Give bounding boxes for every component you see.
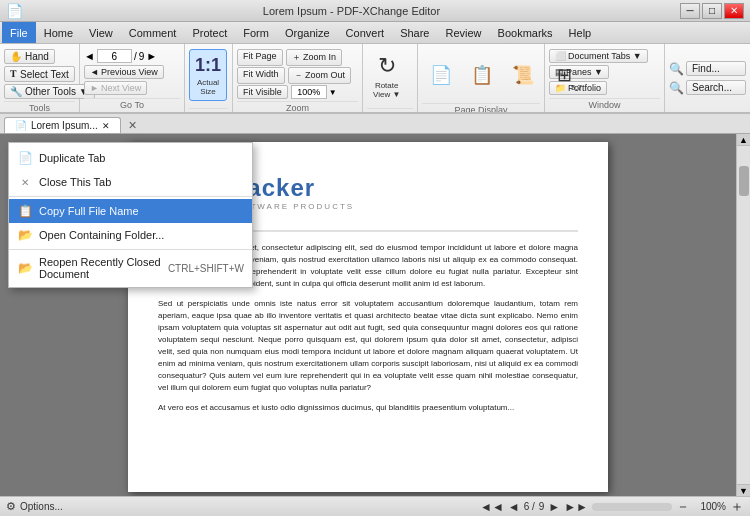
zoom-slider[interactable] <box>592 503 672 511</box>
search-row: 🔍 Search... <box>669 80 746 95</box>
menu-file[interactable]: File <box>2 22 36 43</box>
status-right: ◄◄ ◄ 6 / 9 ► ►► － 100% ＋ <box>480 498 744 516</box>
next-view-icon: ► <box>90 83 99 93</box>
maximize-button[interactable]: □ <box>702 3 722 19</box>
ctx-duplicate-tab-label: Duplicate Tab <box>39 152 105 164</box>
new-tab-btn[interactable]: × <box>125 117 141 133</box>
ctx-reopen-doc[interactable]: 📂 Reopen Recently Closed Document CTRL+S… <box>9 252 252 284</box>
next-view-btn[interactable]: ► Next View <box>84 81 147 95</box>
page-total: 9 <box>139 51 145 62</box>
ctx-separator-1 <box>9 196 252 197</box>
menu-share[interactable]: Share <box>392 22 437 43</box>
next-page-icon: ► <box>146 50 157 62</box>
rotate-view-btn[interactable]: ↻ RotateView ▼ <box>367 49 406 103</box>
scroll-thumb[interactable] <box>739 166 749 196</box>
actual-size-body: 1:1 ActualSize <box>189 46 228 106</box>
close-button[interactable]: ✕ <box>724 3 744 19</box>
actual-size-label: ActualSize <box>197 78 219 96</box>
hand-tool-btn[interactable]: ✋ Hand <box>4 49 55 64</box>
minimize-button[interactable]: ─ <box>680 3 700 19</box>
active-tab-icon: 📄 <box>15 120 27 131</box>
options-icon: ⚙ <box>6 500 16 513</box>
zoom-out-btn[interactable]: － Zoom Out <box>288 67 352 84</box>
menu-bookmarks[interactable]: Bookmarks <box>490 22 561 43</box>
fit-width-btn[interactable]: Fit Width <box>237 67 285 84</box>
window-controls: ─ □ ✕ <box>680 3 744 19</box>
menu-comment[interactable]: Comment <box>121 22 185 43</box>
menu-form[interactable]: Form <box>235 22 277 43</box>
plus-zoom-icon[interactable]: ＋ <box>730 498 744 516</box>
active-tab-label: Lorem Ipsum... <box>31 120 98 131</box>
rotate-group-body: ↻ RotateView ▼ <box>367 46 413 106</box>
ctx-separator-2 <box>9 249 252 250</box>
find-btn[interactable]: Find... <box>686 61 746 76</box>
rotate-label: RotateView ▼ <box>373 81 400 99</box>
menu-help[interactable]: Help <box>561 22 600 43</box>
page-display-btn4[interactable]: ⊞ 5,7 <box>545 49 583 101</box>
menu-organize[interactable]: Organize <box>277 22 338 43</box>
pdf-paragraph-2: Sed ut perspiciatis unde omnis iste natu… <box>158 298 578 394</box>
reopen-doc-icon: 📂 <box>17 260 33 276</box>
tools-group: ✋ Hand 𝐓 Select Text 🔧 Other Tools ▼ Too… <box>0 44 80 112</box>
main-content-area: 📄 Duplicate Tab ✕ Close This Tab 📋 Copy … <box>0 134 750 496</box>
actual-size-group: 1:1 ActualSize <box>185 44 233 112</box>
title-bar: 📄 Lorem Ipsum - PDF-XChange Editor ─ □ ✕ <box>0 0 750 22</box>
zoom-group: Fit Page ＋ Zoom In Fit Width － Zoom Out … <box>233 44 363 112</box>
zoom-dropdown-icon: ▼ <box>329 88 337 97</box>
fit-page-btn[interactable]: Fit Page <box>237 49 283 66</box>
open-folder-icon: 📂 <box>17 227 33 243</box>
zoom-level-input[interactable] <box>291 85 327 99</box>
minus-zoom-icon[interactable]: － <box>676 498 690 516</box>
menu-protect[interactable]: Protect <box>184 22 235 43</box>
prev-view-icon: ◄ <box>90 67 99 77</box>
zoom-in-btn[interactable]: ＋ Zoom In <box>286 49 343 66</box>
menu-convert[interactable]: Convert <box>338 22 393 43</box>
menu-review[interactable]: Review <box>437 22 489 43</box>
vertical-scrollbar[interactable]: ▲ ▼ <box>736 134 750 496</box>
ctx-close-tab[interactable]: ✕ Close This Tab <box>9 170 252 194</box>
actual-size-icon: 1:1 <box>195 55 221 76</box>
goto-group: ◄ / 9 ► ◄ Previous View ► Next View Go T… <box>80 44 185 112</box>
search-btn[interactable]: Search... <box>686 80 746 95</box>
nav-prev-btn[interactable]: ◄ <box>508 500 520 514</box>
actual-size-btn[interactable]: 1:1 ActualSize <box>189 49 227 101</box>
ctx-open-folder[interactable]: 📂 Open Containing Folder... <box>9 223 252 247</box>
pdf-paragraph-3: At vero eos et accusamus et iusto odio d… <box>158 402 578 414</box>
page-display-btn3[interactable]: 📜 <box>504 49 542 101</box>
nav-last-btn[interactable]: ►► <box>564 500 588 514</box>
app-icon: 📄 <box>6 3 23 19</box>
ctx-copy-filename[interactable]: 📋 Copy Full File Name <box>9 199 252 223</box>
menu-home[interactable]: Home <box>36 22 81 43</box>
menu-view[interactable]: View <box>81 22 121 43</box>
active-tab-close[interactable]: ✕ <box>102 121 110 131</box>
nav-next-btn[interactable]: ► <box>548 500 560 514</box>
page-display-btn2[interactable]: 📋 <box>463 49 501 101</box>
page-nav-row: ◄ / 9 ► <box>84 49 157 63</box>
zoom-row1: Fit Page ＋ Zoom In <box>237 49 342 66</box>
scroll-up-btn[interactable]: ▲ <box>737 134 751 146</box>
select-text-btn[interactable]: 𝐓 Select Text <box>4 66 75 82</box>
prev-view-btn[interactable]: ◄ Previous View <box>84 65 164 79</box>
ctx-reopen-doc-label: Reopen Recently Closed Document <box>39 256 162 280</box>
ctx-duplicate-tab[interactable]: 📄 Duplicate Tab <box>9 146 252 170</box>
scroll-down-btn[interactable]: ▼ <box>737 484 751 496</box>
page-display-label: Page Display <box>422 103 540 114</box>
zoom-label: Zoom <box>237 101 358 113</box>
nav-first-btn[interactable]: ◄◄ <box>480 500 504 514</box>
zoom-level-row: ▼ <box>291 85 337 99</box>
scroll-page-icon: 📜 <box>512 64 534 86</box>
active-doc-tab[interactable]: 📄 Lorem Ipsum... ✕ <box>4 117 121 133</box>
fit-visible-btn[interactable]: Fit Visible <box>237 85 288 99</box>
page-number-input[interactable] <box>97 49 132 63</box>
other-tools-icon: 🔧 <box>10 86 22 97</box>
ctx-reopen-doc-shortcut: CTRL+SHIFT+W <box>168 263 244 274</box>
page-display-btn1[interactable]: 📄 <box>422 49 460 101</box>
zoom-row3: Fit Visible ▼ <box>237 85 337 99</box>
zoom-group-body: Fit Page ＋ Zoom In Fit Width － Zoom Out … <box>237 46 358 99</box>
options-label[interactable]: Options... <box>20 501 63 512</box>
page-display-group: 📄 📋 📜 ⊞ 5,7 Page Display <box>418 44 545 112</box>
actual-size-section-label <box>189 108 228 110</box>
tools-group-body: ✋ Hand 𝐓 Select Text 🔧 Other Tools ▼ <box>4 46 75 99</box>
status-left: ⚙ Options... <box>6 500 472 513</box>
ctx-close-tab-label: Close This Tab <box>39 176 111 188</box>
